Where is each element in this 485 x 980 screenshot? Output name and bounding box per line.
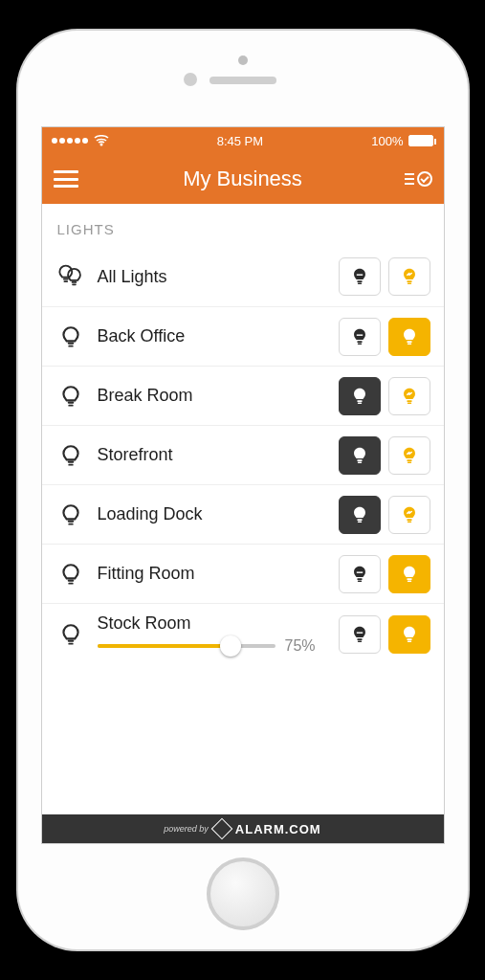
brand-name: ALARM.COM — [235, 822, 321, 836]
dimmer-row: 75% — [98, 637, 327, 655]
light-toggle-buttons — [339, 496, 430, 534]
light-on-button[interactable] — [388, 257, 430, 296]
scenes-button[interactable] — [405, 171, 432, 187]
bulb-icon — [55, 324, 86, 349]
light-toggle-buttons — [339, 555, 430, 593]
light-on-button[interactable] — [388, 496, 430, 534]
light-row: Fitting Room — [42, 544, 444, 603]
home-button[interactable] — [207, 858, 279, 930]
light-row-main: Fitting Room — [98, 564, 327, 584]
light-row-main: Back Office — [98, 326, 327, 346]
phone-sensor — [184, 73, 197, 86]
light-label: Fitting Room — [98, 564, 327, 584]
light-label: All Lights — [98, 267, 327, 287]
light-toggle-buttons — [339, 436, 430, 475]
light-row: Stock Room75% — [42, 603, 444, 664]
bulb-icon — [55, 622, 86, 647]
light-on-button[interactable] — [388, 318, 430, 356]
light-row-main: Storefront — [98, 445, 327, 465]
light-row: Loading Dock — [42, 484, 444, 544]
light-label: Loading Dock — [98, 504, 327, 524]
bulb-icon — [55, 384, 86, 409]
brand-shield-icon — [210, 818, 232, 840]
status-time: 8:45 PM — [217, 134, 263, 148]
status-bar: 8:45 PM 100% — [42, 127, 444, 154]
light-off-button[interactable] — [339, 615, 381, 654]
light-on-button[interactable] — [388, 615, 430, 654]
light-toggle-buttons — [339, 257, 430, 296]
nav-title: My Business — [183, 167, 302, 191]
bulb-icon — [55, 562, 86, 587]
light-off-button[interactable] — [339, 318, 381, 356]
dimmer-slider[interactable] — [98, 644, 276, 648]
light-off-button[interactable] — [339, 555, 381, 593]
wifi-icon — [94, 135, 109, 146]
status-right: 100% — [371, 134, 433, 148]
section-header: LIGHTS — [42, 204, 444, 247]
light-off-button[interactable] — [339, 436, 381, 475]
status-left — [52, 135, 109, 146]
light-on-button[interactable] — [388, 377, 430, 415]
phone-speaker — [209, 77, 276, 84]
light-label: Break Room — [98, 386, 327, 406]
slider-thumb[interactable] — [220, 635, 241, 657]
phone-frame: 8:45 PM 100% My Business LIGHTS All Ligh… — [18, 31, 468, 949]
svg-point-0 — [99, 144, 102, 146]
nav-bar: My Business — [42, 154, 444, 204]
light-label: Back Office — [98, 326, 327, 346]
light-label: Storefront — [98, 445, 327, 465]
light-row-main: Loading Dock — [98, 504, 327, 524]
light-off-button[interactable] — [339, 257, 381, 296]
light-on-button[interactable] — [388, 555, 430, 593]
light-row: Break Room — [42, 366, 444, 425]
battery-icon — [408, 135, 433, 146]
light-row-main: Stock Room75% — [98, 613, 327, 655]
bulb-icon — [55, 443, 86, 468]
light-row: Back Office — [42, 306, 444, 366]
light-row: Storefront — [42, 425, 444, 484]
bulb-icon — [55, 502, 86, 527]
footer-brand: powered by ALARM.COM — [42, 814, 444, 843]
bulbs-icon — [55, 264, 86, 289]
phone-camera — [238, 56, 248, 65]
content-scroll[interactable]: LIGHTS All LightsBack OfficeBreak RoomSt… — [42, 204, 444, 814]
app-screen: 8:45 PM 100% My Business LIGHTS All Ligh… — [41, 126, 445, 844]
light-toggle-buttons — [339, 318, 430, 356]
light-row-main: Break Room — [98, 386, 327, 406]
light-row: All Lights — [42, 247, 444, 306]
powered-by-label: powered by — [164, 824, 209, 834]
menu-button[interactable] — [54, 170, 78, 188]
signal-dots-icon — [52, 138, 88, 144]
light-toggle-buttons — [339, 615, 430, 654]
light-label: Stock Room — [98, 613, 327, 634]
light-off-button[interactable] — [339, 377, 381, 415]
dimmer-value: 75% — [285, 637, 327, 655]
battery-percent: 100% — [371, 134, 403, 148]
light-off-button[interactable] — [339, 496, 381, 534]
check-circle-icon — [417, 171, 432, 187]
light-row-main: All Lights — [98, 267, 327, 287]
light-toggle-buttons — [339, 377, 430, 415]
light-on-button[interactable] — [388, 436, 430, 475]
